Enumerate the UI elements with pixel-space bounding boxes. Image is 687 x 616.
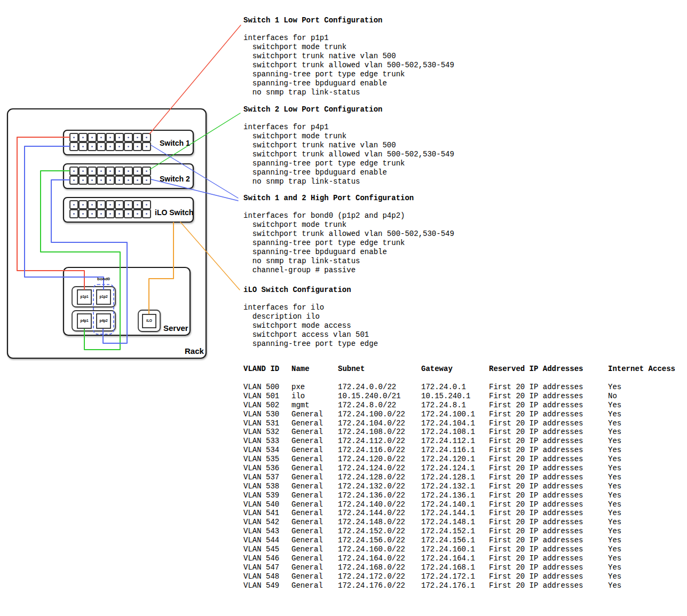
vlan-gateway-cell: 172.24.136.1 — [421, 491, 489, 500]
config-line: no snmp trap link-status — [243, 88, 454, 97]
vlan-gateway-cell: 172.24.148.1 — [421, 518, 489, 527]
vlan-id-cell: VLAN 545 — [243, 545, 291, 554]
vlan-reserved-cell: First 20 IP addresses — [489, 500, 608, 509]
config-title: Switch 1 and 2 High Port Configuration — [243, 194, 454, 203]
vlan-row: VLAN 531 General 172.24.104.0/22 172.24.… — [243, 419, 682, 428]
page: Switch 1 Switch 2 iLO Switch Server Rack… — [0, 0, 687, 616]
vlan-table-rows: VLAN 500 pxe 172.24.0.0/22 172.24.0.1 Fi… — [243, 383, 682, 590]
config-line: description ilo — [243, 312, 378, 321]
vlan-reserved-cell: First 20 IP addresses — [489, 482, 608, 491]
port-dot — [137, 204, 138, 206]
vlan-reserved-cell: First 20 IP addresses — [489, 554, 608, 563]
port-dot — [82, 214, 84, 215]
config-line: switchport mode trunk — [243, 220, 454, 230]
port-dot — [100, 214, 102, 215]
vlan-name-cell: General — [291, 563, 338, 572]
port-dot — [137, 171, 138, 172]
vlan-id-cell: VLAN 542 — [243, 518, 291, 527]
vlan-gateway-cell: 172.24.124.1 — [421, 464, 489, 473]
vlan-id-cell: VLAN 532 — [243, 428, 291, 437]
vlan-reserved-cell: First 20 IP addresses — [489, 419, 608, 428]
vlan-internet-cell: Yes — [608, 482, 682, 491]
vlan-name-cell: General — [291, 455, 338, 464]
vlan-gateway-cell: 172.24.132.1 — [421, 482, 489, 491]
p1p1-label: p1p1 — [77, 290, 91, 304]
vlan-name-cell: General — [291, 527, 338, 536]
vlan-id-cell: VLAN 530 — [243, 410, 291, 419]
vlan-reserved-cell: First 20 IP addresses — [489, 536, 608, 545]
config-line: spanning-tree bpduguard enable — [243, 168, 454, 177]
vlan-subnet-cell: 172.24.176.0/22 — [338, 581, 421, 590]
port-dot — [91, 214, 93, 215]
config-title: Switch 2 Low Port Configuration — [243, 105, 454, 114]
server-label: Server — [163, 324, 188, 333]
vlan-row: VLAN 541 General 172.24.144.0/22 172.24.… — [243, 509, 682, 518]
col-header-vlan-id: VLAND ID — [243, 365, 291, 374]
vlan-id-cell: VLAN 548 — [243, 572, 291, 581]
vlan-reserved-cell: First 20 IP addresses — [489, 392, 608, 401]
vlan-internet-cell: Yes — [608, 545, 682, 554]
port-dot — [91, 180, 93, 181]
col-header-gateway: Gateway — [421, 365, 489, 374]
config-line: switchport trunk allowed vlan 500-502,53… — [243, 150, 454, 159]
vlan-subnet-cell: 172.24.132.0/22 — [338, 482, 421, 491]
port-dot — [128, 146, 129, 147]
port-dot — [146, 146, 147, 147]
vlan-id-cell: VLAN 534 — [243, 446, 291, 455]
vlan-id-cell: VLAN 543 — [243, 527, 291, 536]
vlan-internet-cell: Yes — [608, 509, 682, 518]
port-dot — [73, 204, 75, 206]
vlan-internet-cell: Yes — [608, 383, 682, 392]
config-line: interfaces for p1p1 — [243, 34, 454, 43]
vlan-internet-cell: Yes — [608, 581, 682, 590]
vlan-name-cell: pxe — [291, 383, 338, 392]
vlan-subnet-cell: 172.24.128.0/22 — [338, 473, 421, 482]
config-line: switchport mode trunk — [243, 43, 454, 52]
config-lines: interfaces for bond0 (p1p2 and p4p2) swi… — [243, 211, 454, 275]
vlan-row: VLAN 501 ilo 10.15.240.0/21 10.15.240.1 … — [243, 392, 682, 401]
col-header-internet-access: Internet Access — [608, 365, 682, 374]
vlan-row: VLAN 536 General 172.24.124.0/22 172.24.… — [243, 464, 682, 473]
vlan-subnet-cell: 172.24.140.0/22 — [338, 500, 421, 509]
vlan-internet-cell: No — [608, 392, 682, 401]
vlan-internet-cell: Yes — [608, 491, 682, 500]
port-dot — [73, 146, 75, 147]
vlan-internet-cell: Yes — [608, 500, 682, 509]
config-lines: interfaces for ilo description ilo switc… — [243, 303, 378, 349]
config-line: no snmp trap link-status — [243, 257, 454, 266]
config-line: switchport trunk native vlan 500 — [243, 141, 454, 150]
vlan-subnet-cell: 172.24.124.0/22 — [338, 464, 421, 473]
vlan-name-cell: General — [291, 428, 338, 437]
config-block-ilo-switch: iLO Switch Configuration interfaces for … — [243, 286, 378, 349]
vlan-row: VLAN 548 General 172.24.172.0/22 172.24.… — [243, 572, 682, 581]
vlan-gateway-cell: 172.24.116.1 — [421, 446, 489, 455]
vlan-name-cell: General — [291, 473, 338, 482]
p4p2-label: p4p2 — [97, 314, 110, 328]
port-dot — [109, 137, 111, 138]
vlan-subnet-cell: 172.24.144.0/22 — [338, 509, 421, 518]
vlan-row: VLAN 537 General 172.24.128.0/22 172.24.… — [243, 473, 682, 482]
vlan-internet-cell: Yes — [608, 518, 682, 527]
vlan-id-cell: VLAN 541 — [243, 509, 291, 518]
vlan-name-cell: General — [291, 491, 338, 500]
port-dot — [82, 146, 84, 147]
switch1-label: Switch 1 — [160, 139, 190, 147]
port-dot — [128, 137, 129, 138]
config-lines: interfaces for p4p1 switchport mode trun… — [243, 123, 454, 186]
vlan-gateway-cell: 172.24.112.1 — [421, 437, 489, 446]
vlan-subnet-cell: 172.24.112.0/22 — [338, 437, 421, 446]
switch2-label: Switch 2 — [160, 175, 190, 183]
vlan-name-cell: General — [291, 482, 338, 491]
vlan-row: VLAN 532 General 172.24.108.0/22 172.24.… — [243, 428, 682, 437]
vlan-row: VLAN 539 General 172.24.136.0/22 172.24.… — [243, 491, 682, 500]
port-dot — [119, 146, 120, 147]
vlan-subnet-cell: 172.24.152.0/22 — [338, 527, 421, 536]
vlan-subnet-cell: 172.24.100.0/22 — [338, 410, 421, 419]
vlan-subnet-cell: 172.24.108.0/22 — [338, 428, 421, 437]
p1p2-label: p1p2 — [97, 290, 110, 304]
vlan-name-cell: General — [291, 410, 338, 419]
port-dot — [109, 171, 111, 172]
vlan-reserved-cell: First 20 IP addresses — [489, 455, 608, 464]
vlan-table: VLAND ID Name Subnet Gateway Reserved IP… — [243, 365, 682, 590]
vlan-internet-cell: Yes — [608, 428, 682, 437]
